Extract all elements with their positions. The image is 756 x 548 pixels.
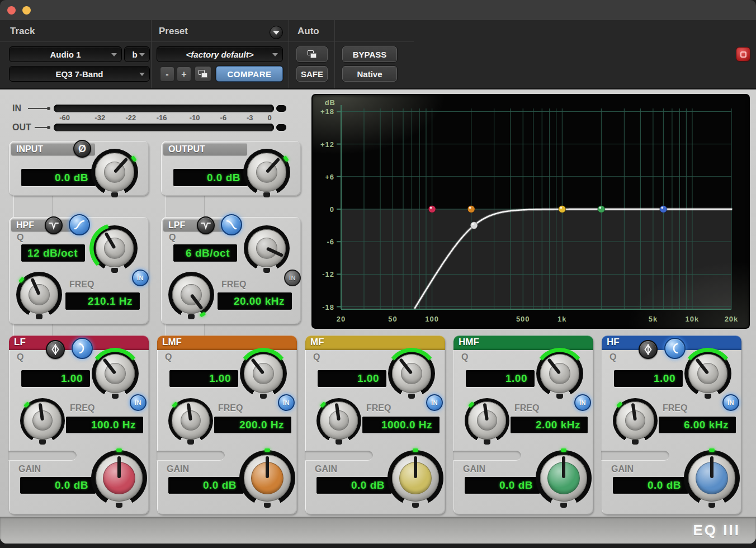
hf-gain-knob[interactable] [684, 450, 740, 506]
lf-q-display[interactable]: 1.00 [21, 370, 90, 387]
mf-in-button[interactable]: IN [426, 394, 443, 411]
hmf-gain-display[interactable]: 0.0 dB [465, 477, 540, 494]
lpf-slope-type-button[interactable] [221, 214, 242, 235]
hpf-q-knob[interactable] [92, 225, 138, 271]
lf-gain-knob[interactable] [91, 450, 147, 506]
svg-text:-12: -12 [322, 270, 334, 278]
hmf-freq-knob[interactable] [465, 398, 509, 443]
svg-text:+12: +12 [320, 140, 334, 149]
safe-button[interactable]: SAFE [296, 66, 328, 82]
hf-peak-type-button[interactable] [639, 340, 658, 359]
svg-text:1k: 1k [557, 315, 566, 323]
minimize-button[interactable] [22, 6, 31, 15]
copy-settings-button[interactable] [195, 66, 211, 82]
band-lmf: LMF Q 1.00 IN FREQ 200.0 Hz GAIN 0.0 dB [157, 336, 297, 514]
lf-freq-knob[interactable] [20, 398, 65, 443]
hpf-section: HPF Q 12 dB/oct FREQ 210.1 Hz IN [9, 217, 149, 324]
hf-shelf-type-button[interactable] [664, 338, 686, 359]
track-selector[interactable]: Audio 1 [9, 46, 122, 62]
hf-in-button[interactable]: IN [722, 394, 739, 411]
hmf-gain-knob[interactable] [536, 450, 592, 506]
hf-q-display[interactable]: 1.00 [614, 370, 683, 387]
lmf-q-label: Q [165, 352, 172, 362]
lpf-in-button[interactable]: IN [284, 270, 301, 286]
lpf-q-knob[interactable] [244, 225, 290, 271]
mf-freq-display[interactable]: 1000.0 Hz [362, 417, 440, 433]
title-bar [0, 0, 756, 20]
lf-peak-type-button[interactable] [46, 340, 65, 359]
input-clip-led[interactable] [276, 105, 286, 112]
lpf-notch-type-button[interactable] [197, 216, 215, 234]
hf-dot[interactable] [660, 206, 667, 213]
lf-dot[interactable] [428, 206, 436, 213]
hmf-in-button[interactable]: IN [574, 394, 591, 411]
hpf-freq-knob[interactable] [16, 272, 62, 318]
svg-text:10k: 10k [686, 315, 700, 323]
hpf-notch-type-button[interactable] [45, 216, 63, 234]
output-clip-led[interactable] [276, 124, 286, 131]
hmf-q-display[interactable]: 1.00 [466, 370, 535, 387]
lmf-freq-knob[interactable] [168, 398, 213, 443]
input-gain-knob[interactable] [91, 149, 138, 196]
plugin-selector[interactable]: EQ3 7-Band [9, 66, 150, 82]
peak-filter-icon [49, 343, 62, 356]
preset-selector[interactable]: <factory default> [157, 46, 283, 62]
hmf-q-knob[interactable] [536, 350, 583, 397]
lf-in-button[interactable]: IN [130, 394, 147, 411]
hpf-freq-display[interactable]: 210.1 Hz [65, 292, 140, 310]
lmf-gain-knob[interactable] [239, 450, 295, 506]
lmf-dot[interactable] [467, 206, 475, 213]
hpf-slope-type-button[interactable] [69, 214, 90, 235]
input-meter [54, 105, 274, 112]
hmf-freq-display[interactable]: 2.00 kHz [511, 417, 588, 433]
compare-button[interactable]: COMPARE [216, 66, 283, 82]
lmf-freq-display[interactable]: 200.0 Hz [214, 417, 291, 433]
phase-invert-button[interactable]: Ø [73, 140, 91, 158]
lpf-slope-display[interactable]: 6 dB/oct [173, 244, 237, 262]
mf-q-display[interactable]: 1.00 [318, 370, 386, 387]
chevron-down-icon [139, 73, 145, 76]
band-mf-header: MF [305, 336, 445, 350]
output-section: OUTPUT 0.0 dB [161, 141, 301, 196]
band-hf: HF Q 1.00 IN FREQ 6.00 kHz GAIN 0.0 dB [602, 336, 741, 514]
plugin-window: Track Preset Auto Audio 1 b EQ3 7-Band <… [0, 0, 756, 548]
mf-freq-knob[interactable] [316, 398, 361, 443]
hf-gain-display[interactable]: 0.0 dB [613, 477, 688, 494]
native-button[interactable]: Native [342, 66, 397, 82]
mf-gain-display[interactable]: 0.0 dB [316, 477, 392, 494]
lmf-q-display[interactable]: 1.00 [169, 370, 238, 387]
hmf-freq-label: FREQ [514, 403, 539, 413]
lf-shelf-type-button[interactable] [72, 338, 93, 359]
hpf-slope-display[interactable]: 12 dB/oct [21, 244, 85, 262]
lf-q-knob[interactable] [92, 350, 139, 397]
close-button[interactable] [7, 6, 16, 15]
playlist-selector[interactable]: b [124, 46, 150, 62]
lmf-q-knob[interactable] [240, 350, 287, 397]
lf-freq-display[interactable]: 100.0 Hz [66, 417, 143, 433]
mf-freq-label: FREQ [366, 403, 391, 413]
eq-curve-plot[interactable]: dB+18+12+60-6-12-1820501005001k5k10k20k [311, 94, 750, 329]
hf-freq-display[interactable]: 6.00 kHz [659, 417, 736, 433]
hpf-handle-dot[interactable] [470, 222, 478, 229]
hmf-dot[interactable] [598, 206, 605, 213]
mf-q-knob[interactable] [388, 350, 435, 397]
target-button[interactable] [736, 47, 750, 62]
preset-menu-button[interactable] [270, 26, 283, 39]
bypass-button[interactable]: BYPASS [342, 46, 397, 62]
hf-freq-knob[interactable] [613, 398, 658, 443]
lpf-freq-knob[interactable] [168, 272, 214, 318]
lmf-in-button[interactable]: IN [278, 394, 295, 411]
lmf-gain-display[interactable]: 0.0 dB [168, 477, 244, 494]
lpf-freq-display[interactable]: 20.00 kHz [218, 292, 292, 310]
hf-q-knob[interactable] [684, 350, 731, 397]
automation-button[interactable] [296, 46, 328, 62]
mf-dot[interactable] [559, 206, 566, 213]
highpass-filter-icon [73, 218, 86, 232]
output-gain-knob[interactable] [243, 149, 290, 196]
mf-gain-knob[interactable] [388, 450, 443, 506]
hpf-in-button[interactable]: IN [132, 270, 149, 286]
previous-preset-button[interactable]: - [160, 67, 174, 82]
lf-gain-display[interactable]: 0.0 dB [20, 477, 96, 494]
eq-response-graph[interactable]: dB+18+12+60-6-12-1820501005001k5k10k20k [311, 94, 750, 329]
next-preset-button[interactable]: + [177, 67, 191, 82]
